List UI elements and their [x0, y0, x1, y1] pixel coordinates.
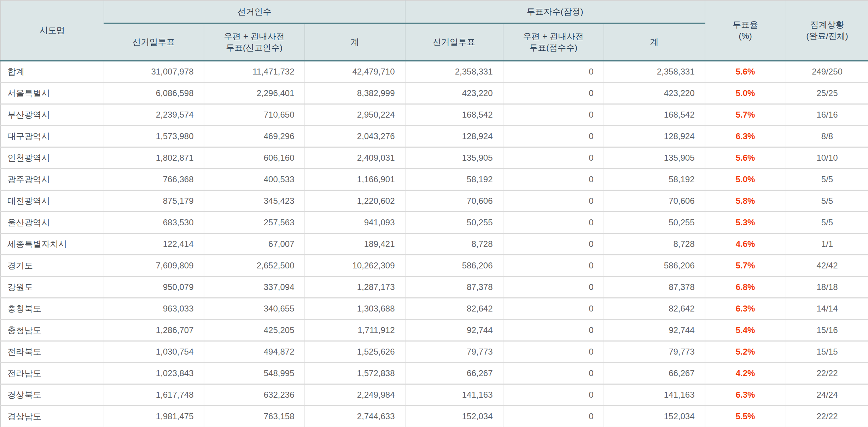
table-row: 인천광역시 1,802,871 606,160 2,409,031 135,90… [1, 147, 868, 169]
cell-sido-name: 합계 [1, 61, 104, 83]
cell-sido-name: 전라남도 [1, 363, 104, 384]
cell-voters-election-day: 152,034 [405, 406, 503, 427]
cell-turnout-rate: 6.3% [705, 126, 786, 147]
cell-tally-status: 1/1 [786, 233, 868, 255]
cell-tally-status: 25/25 [786, 83, 868, 104]
table-row: 충청북도 963,033 340,655 1,303,688 82,642 0 … [1, 298, 868, 320]
cell-voters-total: 58,192 [604, 169, 705, 190]
cell-electors-election-day: 7,609,809 [104, 255, 204, 277]
cell-electors-mail-early: 763,158 [204, 406, 305, 427]
cell-voters-total: 87,378 [604, 277, 705, 298]
cell-sido-name: 경상남도 [1, 406, 104, 427]
cell-electors-total: 2,409,031 [305, 147, 405, 169]
cell-electors-election-day: 766,368 [104, 169, 204, 190]
table-row: 부산광역시 2,239,574 710,650 2,950,224 168,54… [1, 104, 868, 126]
cell-electors-total: 1,572,838 [305, 363, 405, 384]
cell-electors-total: 1,711,912 [305, 320, 405, 341]
cell-sido-name: 인천광역시 [1, 147, 104, 169]
cell-voters-mail-early: 0 [503, 169, 604, 190]
cell-turnout-rate: 6.8% [705, 277, 786, 298]
cell-electors-mail-early: 494,872 [204, 341, 305, 363]
cell-electors-total: 1,166,901 [305, 169, 405, 190]
cell-voters-total: 141,163 [604, 384, 705, 406]
cell-voters-election-day: 586,206 [405, 255, 503, 277]
cell-voters-election-day: 128,924 [405, 126, 503, 147]
cell-voters-mail-early: 0 [503, 212, 604, 233]
cell-turnout-rate: 5.7% [705, 255, 786, 277]
header-electors-group: 선거인수 [104, 0, 405, 23]
cell-tally-status: 18/18 [786, 277, 868, 298]
cell-electors-election-day: 1,573,980 [104, 126, 204, 147]
cell-tally-status: 8/8 [786, 126, 868, 147]
cell-sido-name: 대전광역시 [1, 190, 104, 212]
turnout-table-container: 시도명 선거인수 투표자수(잠정) 투표율 (%) 집계상황 (완료/전체) 선… [0, 0, 868, 427]
cell-sido-name: 충청남도 [1, 320, 104, 341]
cell-voters-mail-early: 0 [503, 384, 604, 406]
cell-electors-total: 941,093 [305, 212, 405, 233]
table-row: 전라북도 1,030,754 494,872 1,525,626 79,773 … [1, 341, 868, 363]
cell-voters-mail-early: 0 [503, 341, 604, 363]
cell-electors-election-day: 1,981,475 [104, 406, 204, 427]
cell-sido-name: 부산광역시 [1, 104, 104, 126]
cell-voters-mail-early: 0 [503, 406, 604, 427]
election-turnout-table: 시도명 선거인수 투표자수(잠정) 투표율 (%) 집계상황 (완료/전체) 선… [0, 0, 868, 427]
cell-electors-mail-early: 2,296,401 [204, 83, 305, 104]
cell-turnout-rate: 5.2% [705, 341, 786, 363]
table-row: 광주광역시 766,368 400,533 1,166,901 58,192 0… [1, 169, 868, 190]
cell-electors-mail-early: 340,655 [204, 298, 305, 320]
cell-voters-total: 70,606 [604, 190, 705, 212]
cell-electors-election-day: 963,033 [104, 298, 204, 320]
table-row: 서울특별시 6,086,598 2,296,401 8,382,999 423,… [1, 83, 868, 104]
table-row: 울산광역시 683,530 257,563 941,093 50,255 0 5… [1, 212, 868, 233]
cell-electors-total: 2,249,984 [305, 384, 405, 406]
header-voters-total: 계 [604, 23, 705, 61]
cell-tally-status: 24/24 [786, 384, 868, 406]
cell-electors-election-day: 122,414 [104, 233, 204, 255]
table-row: 대전광역시 875,179 345,423 1,220,602 70,606 0… [1, 190, 868, 212]
table-row: 경상북도 1,617,748 632,236 2,249,984 141,163… [1, 384, 868, 406]
cell-tally-status: 16/16 [786, 104, 868, 126]
cell-voters-election-day: 168,542 [405, 104, 503, 126]
cell-turnout-rate: 4.2% [705, 363, 786, 384]
cell-electors-election-day: 31,007,978 [104, 61, 204, 83]
cell-voters-mail-early: 0 [503, 320, 604, 341]
cell-voters-election-day: 92,744 [405, 320, 503, 341]
cell-sido-name: 경상북도 [1, 384, 104, 406]
cell-turnout-rate: 5.0% [705, 83, 786, 104]
cell-voters-total: 82,642 [604, 298, 705, 320]
cell-sido-name: 강원도 [1, 277, 104, 298]
cell-voters-total: 152,034 [604, 406, 705, 427]
cell-voters-total: 8,728 [604, 233, 705, 255]
cell-electors-total: 42,479,710 [305, 61, 405, 83]
header-voters-mail-early: 우편 + 관내사전 투표(접수수) [503, 23, 604, 61]
cell-tally-status: 15/15 [786, 341, 868, 363]
cell-turnout-rate: 5.8% [705, 190, 786, 212]
cell-tally-status: 42/42 [786, 255, 868, 277]
cell-sido-name: 경기도 [1, 255, 104, 277]
cell-voters-mail-early: 0 [503, 190, 604, 212]
cell-voters-election-day: 66,267 [405, 363, 503, 384]
cell-voters-total: 128,924 [604, 126, 705, 147]
table-row: 전라남도 1,023,843 548,995 1,572,838 66,267 … [1, 363, 868, 384]
cell-electors-total: 8,382,999 [305, 83, 405, 104]
cell-voters-mail-early: 0 [503, 298, 604, 320]
cell-electors-mail-early: 67,007 [204, 233, 305, 255]
cell-electors-mail-early: 425,205 [204, 320, 305, 341]
cell-voters-election-day: 141,163 [405, 384, 503, 406]
header-group-row: 시도명 선거인수 투표자수(잠정) 투표율 (%) 집계상황 (완료/전체) [1, 0, 868, 23]
cell-voters-mail-early: 0 [503, 83, 604, 104]
cell-voters-election-day: 87,378 [405, 277, 503, 298]
header-turnout-rate: 투표율 (%) [705, 0, 786, 61]
cell-tally-status: 5/5 [786, 190, 868, 212]
cell-voters-mail-early: 0 [503, 363, 604, 384]
cell-tally-status: 22/22 [786, 406, 868, 427]
cell-electors-total: 1,303,688 [305, 298, 405, 320]
cell-electors-total: 2,043,276 [305, 126, 405, 147]
cell-electors-election-day: 1,030,754 [104, 341, 204, 363]
cell-electors-election-day: 950,079 [104, 277, 204, 298]
cell-electors-total: 2,950,224 [305, 104, 405, 126]
cell-voters-election-day: 8,728 [405, 233, 503, 255]
cell-voters-total: 50,255 [604, 212, 705, 233]
cell-sido-name: 대구광역시 [1, 126, 104, 147]
table-body: 합계 31,007,978 11,471,732 42,479,710 2,35… [1, 61, 868, 427]
